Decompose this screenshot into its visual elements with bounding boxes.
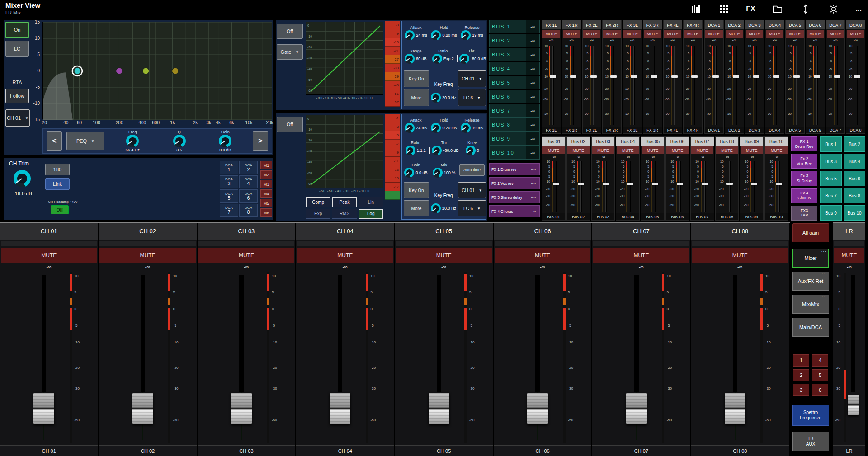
toggle-rms[interactable]: RMS [332,209,357,219]
lr-mute-button[interactable]: MUTE [834,248,864,263]
bus-select-button-bus-6[interactable]: Bus 6 [844,171,865,186]
eq-band-type-select[interactable]: PEQ [66,132,104,150]
channel-name-header[interactable]: CH 08 [691,223,789,240]
mute-group-button-m5[interactable]: M5 [260,199,272,207]
fx-master-button-fx3-tap[interactable]: FX3TAP [791,206,817,221]
strip-fader-cap[interactable] [726,183,733,185]
settings-gear-icon[interactable] [828,3,840,15]
knee-knob[interactable] [466,146,476,155]
strip-name-header[interactable]: Bus 06 [666,137,689,146]
strip-name-header[interactable]: FX 1L [542,20,561,29]
strip-name-header[interactable]: DCA 4 [765,20,784,29]
strip-fader-track[interactable] [754,161,755,212]
channel-mute-button[interactable]: MUTE [593,248,689,263]
strip-fader-track[interactable] [756,46,757,125]
meters-icon[interactable] [690,3,702,15]
channel-mute-button[interactable]: MUTE [495,248,590,263]
strip-mute-button[interactable]: MUTE [623,30,641,38]
strip-name-header[interactable]: Bus 02 [567,137,590,146]
trim-knob[interactable] [14,170,31,187]
bus-send-row-bus-7[interactable]: BUS 7-∞ [489,104,540,118]
fader-cap[interactable] [527,393,548,424]
bus-select-button-bus-10[interactable]: Bus 10 [844,205,865,221]
eq-follow-button[interactable]: Follow [5,89,29,103]
strip-fader-cap[interactable] [610,75,617,78]
stereo-link-button[interactable]: Link [45,178,70,190]
strip-fader-cap[interactable] [570,75,576,78]
fader-track[interactable] [437,275,441,392]
folder-icon[interactable] [772,3,783,15]
mute-group-button-m4[interactable]: M4 [260,189,272,198]
strip-name-header[interactable]: Bus 01 [542,137,565,146]
channel-name-header[interactable]: CH 05 [395,223,493,240]
fader-cap[interactable] [330,393,350,424]
mute-group-button-m2[interactable]: M2 [260,170,272,179]
page-button-3[interactable]: 3 [793,384,809,396]
strip-fader-track[interactable] [613,46,614,125]
fader-track[interactable] [239,275,244,392]
fader-cap[interactable] [132,393,153,424]
strip-name-header[interactable]: FX 4R [684,20,702,29]
toggle-comp[interactable]: Comp [306,197,330,207]
key-freq-knob[interactable] [431,93,441,103]
strip-fader-cap[interactable] [603,183,609,185]
strip-fader-cap[interactable] [793,75,800,78]
strip-name-header[interactable]: FX 2L [583,20,601,29]
gain-knob[interactable] [404,168,414,178]
fader-cap[interactable] [725,393,745,424]
strip-mute-button[interactable]: MUTE [847,30,864,38]
dca-assign-button-7[interactable]: DCA7 [220,204,238,217]
strip-fader-track[interactable] [778,161,780,212]
strip-name-header[interactable]: DCA 6 [806,20,825,29]
bus-select-button-bus-7[interactable]: Bus 7 [820,188,842,203]
dca-assign-button-1[interactable]: DCA1 [220,161,238,174]
talkback-aux-button[interactable]: TB AUX [792,432,829,451]
hold-knob[interactable] [431,30,441,40]
key-freq-knob[interactable] [431,203,441,213]
bus-send-row-bus-6[interactable]: BUS 6-∞ [489,90,540,103]
comp-off-button[interactable]: Off [277,117,303,132]
strip-fader-cap[interactable] [553,183,559,185]
more-button[interactable]: More [404,89,429,106]
channel-mute-button[interactable]: MUTE [99,248,195,263]
key-on-button[interactable]: Key On [404,70,429,87]
strip-mute-button[interactable]: MUTE [716,146,738,154]
strip-fader-cap[interactable] [733,75,739,78]
strip-fader-track[interactable] [796,46,797,125]
ratio-knob[interactable] [406,146,415,155]
channel-name-header[interactable]: CH 07 [592,223,690,240]
strip-fader-cap[interactable] [677,183,683,185]
strip-fader-cap[interactable] [578,183,584,185]
fx-send-row-fx-4-chorus[interactable]: FX 4 Chorus-∞ [489,205,540,217]
strip-fader-cap[interactable] [712,75,719,78]
strip-mute-button[interactable]: MUTE [583,30,601,38]
strip-fader-track[interactable] [552,46,554,125]
strip-mute-button[interactable]: MUTE [603,30,621,38]
strip-fader-cap[interactable] [814,75,820,78]
strip-name-header[interactable]: DCA 5 [786,20,804,29]
strip-fader-track[interactable] [729,161,731,212]
strip-name-header[interactable]: DCA 8 [846,20,865,29]
eq-next-band-button[interactable]: > [253,131,268,151]
toggle-lin[interactable]: Lin [359,197,383,207]
strip-mute-button[interactable]: MUTE [807,30,824,38]
page-button-1[interactable]: 1 [793,354,809,367]
eq-band-handle-2[interactable] [116,68,122,74]
more-button[interactable]: More [404,200,429,216]
dca-assign-button-3[interactable]: DCA3 [220,175,238,189]
fader-cap[interactable] [33,393,54,424]
more-menu-icon[interactable]: ... [856,3,862,15]
bus-send-row-bus-9[interactable]: BUS 9-∞ [489,132,540,146]
fader-track[interactable] [733,275,737,392]
strip-fader-track[interactable] [633,46,635,125]
channel-name-header[interactable]: CH 03 [198,223,295,240]
mute-group-button-m3[interactable]: M3 [260,180,272,188]
bus-select-button-bus-1[interactable]: Bus 1 [820,136,842,152]
channel-name-header[interactable]: CH 04 [296,223,394,240]
gate-off-button[interactable]: Off [277,24,303,39]
ratio-knob[interactable] [432,54,442,64]
fader-track[interactable] [42,275,46,392]
strip-fader-track[interactable] [837,46,838,125]
eq-graph[interactable] [42,22,271,119]
q-knob[interactable] [173,135,186,147]
